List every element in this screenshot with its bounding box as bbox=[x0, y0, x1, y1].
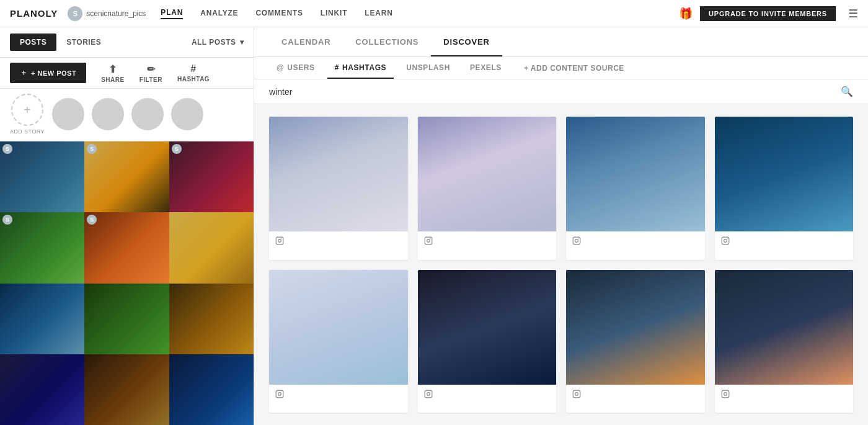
instagram-icon-1 bbox=[424, 236, 433, 247]
subtab-users[interactable]: @USERS bbox=[269, 57, 322, 79]
hashtag-button[interactable]: # HASHTAG bbox=[177, 63, 210, 83]
discover-card-footer-3 bbox=[715, 231, 854, 252]
post-thumb-10[interactable] bbox=[84, 354, 169, 425]
svg-point-13 bbox=[278, 392, 281, 395]
story-circle-4[interactable] bbox=[171, 98, 203, 130]
discover-card-footer-6 bbox=[566, 385, 705, 405]
sidebar-actions: ＋ + NEW POST ⬆ SHARE ✏ FILTER # HASHTAG bbox=[0, 58, 254, 89]
sidebar-top-bar: POSTS STORIES ALL POSTS ▾ bbox=[0, 27, 254, 58]
svg-point-11 bbox=[727, 238, 727, 239]
users-prefix-icon: @ bbox=[277, 63, 284, 72]
instagram-icon-4 bbox=[275, 390, 284, 400]
instagram-icon-6 bbox=[572, 390, 581, 400]
discover-card-2[interactable] bbox=[566, 117, 705, 260]
top-nav: PLANOLY S scenicnature_pics PLANANALYZEC… bbox=[0, 0, 868, 27]
svg-point-17 bbox=[430, 391, 430, 392]
subtab-hashtags[interactable]: #HASHTAGS bbox=[327, 57, 394, 79]
nav-item-linkit[interactable]: LINKIT bbox=[321, 9, 347, 19]
right-panel: CALENDARCOLLECTIONSDISCOVER @USERS#HASHT… bbox=[254, 27, 868, 425]
instagram-icon-7 bbox=[721, 390, 730, 400]
thumb-badge-2: S bbox=[172, 144, 182, 154]
post-thumb-11[interactable] bbox=[169, 354, 254, 425]
discover-card-image-1 bbox=[418, 117, 557, 231]
svg-rect-6 bbox=[573, 237, 580, 244]
app-body: POSTS STORIES ALL POSTS ▾ ＋ + NEW POST ⬆… bbox=[0, 27, 868, 425]
add-story-circle-icon: + bbox=[11, 94, 43, 126]
filter-button[interactable]: ✏ FILTER bbox=[140, 63, 162, 83]
discover-card-5[interactable] bbox=[418, 270, 557, 413]
discover-card-0[interactable] bbox=[269, 117, 408, 260]
post-thumb-9[interactable] bbox=[0, 354, 84, 425]
hashtag-icon: # bbox=[190, 63, 196, 74]
story-circle-1[interactable] bbox=[52, 98, 84, 130]
add-story-label: ADD STORY bbox=[10, 128, 45, 135]
discover-card-footer-2 bbox=[566, 231, 705, 252]
search-input[interactable] bbox=[269, 87, 841, 97]
new-post-button[interactable]: ＋ + NEW POST bbox=[10, 63, 86, 83]
svg-rect-9 bbox=[722, 237, 729, 244]
all-posts-button[interactable]: ALL POSTS ▾ bbox=[192, 38, 244, 47]
svg-point-16 bbox=[427, 392, 430, 395]
hashtags-prefix-icon: # bbox=[335, 63, 339, 72]
share-button[interactable]: ⬆ SHARE bbox=[101, 63, 125, 83]
instagram-icon-2 bbox=[572, 236, 581, 247]
tab-calendar[interactable]: CALENDAR bbox=[269, 27, 343, 56]
menu-icon[interactable]: ☰ bbox=[848, 7, 858, 20]
posts-button[interactable]: POSTS bbox=[10, 34, 56, 51]
tab-collections[interactable]: COLLECTIONS bbox=[343, 27, 431, 56]
svg-point-10 bbox=[724, 239, 727, 243]
discover-card-3[interactable] bbox=[715, 117, 854, 260]
upgrade-button[interactable]: UPGRADE TO INVITE MEMBERS bbox=[700, 6, 836, 21]
account-badge: S scenicnature_pics bbox=[68, 6, 146, 21]
tabs-row: CALENDARCOLLECTIONSDISCOVER bbox=[254, 27, 868, 57]
svg-point-20 bbox=[578, 391, 579, 392]
users-label: USERS bbox=[287, 63, 314, 72]
pexels-label: PEXELS bbox=[470, 63, 502, 72]
nav-item-learn[interactable]: LEARN bbox=[365, 9, 392, 19]
discover-card-7[interactable] bbox=[715, 270, 854, 413]
discover-card-image-4 bbox=[269, 270, 408, 385]
svg-point-8 bbox=[578, 238, 579, 239]
svg-rect-3 bbox=[425, 237, 432, 244]
svg-point-22 bbox=[724, 392, 727, 395]
discover-card-image-7 bbox=[715, 270, 854, 385]
discover-card-image-6 bbox=[566, 270, 705, 385]
gift-icon[interactable]: 🎁 bbox=[679, 7, 693, 20]
svg-rect-0 bbox=[276, 237, 283, 244]
search-button[interactable]: 🔍 bbox=[841, 86, 853, 97]
discover-card-image-0 bbox=[269, 117, 408, 231]
svg-point-7 bbox=[575, 239, 578, 243]
svg-point-23 bbox=[727, 391, 727, 392]
story-circle-2[interactable] bbox=[92, 98, 124, 130]
main-nav: PLANANALYZECOMMENTSLINKITLEARN bbox=[161, 8, 679, 19]
discover-card-6[interactable] bbox=[566, 270, 705, 413]
discover-card-footer-1 bbox=[418, 231, 557, 252]
discover-card-image-5 bbox=[418, 270, 557, 385]
thumb-badge-4: S bbox=[87, 215, 97, 225]
svg-rect-12 bbox=[276, 390, 283, 398]
svg-rect-18 bbox=[573, 390, 580, 398]
subtab-unsplash[interactable]: UNSPLASH bbox=[399, 57, 458, 79]
avatar: S bbox=[68, 6, 82, 21]
stories-button[interactable]: STORIES bbox=[66, 38, 101, 47]
nav-item-analyze[interactable]: ANALYZE bbox=[200, 9, 238, 19]
discover-card-image-3 bbox=[715, 117, 854, 231]
discover-card-4[interactable] bbox=[269, 270, 408, 413]
nav-item-comments[interactable]: COMMENTS bbox=[255, 9, 303, 19]
svg-rect-21 bbox=[722, 390, 729, 398]
add-content-source-link[interactable]: + ADD CONTENT SOURCE bbox=[516, 58, 632, 79]
story-circle-3[interactable] bbox=[131, 98, 164, 130]
thumb-badge-3: S bbox=[2, 215, 12, 225]
plus-icon: ＋ bbox=[20, 68, 27, 78]
subtab-pexels[interactable]: PEXELS bbox=[463, 57, 509, 79]
discover-card-image-2 bbox=[566, 117, 705, 231]
hashtags-label: HASHTAGS bbox=[342, 63, 386, 72]
discover-card-1[interactable] bbox=[418, 117, 557, 260]
post-grid: SSSSS♥ 0💬 0♥ 0💬 0♥ 0💬 0 bbox=[0, 141, 254, 425]
thumb-badge-0: S bbox=[2, 144, 12, 154]
svg-point-14 bbox=[281, 391, 282, 392]
tab-discover[interactable]: DISCOVER bbox=[431, 27, 502, 56]
instagram-icon-3 bbox=[721, 236, 730, 247]
add-story-button[interactable]: + ADD STORY bbox=[10, 94, 45, 135]
nav-item-plan[interactable]: PLAN bbox=[161, 8, 183, 19]
